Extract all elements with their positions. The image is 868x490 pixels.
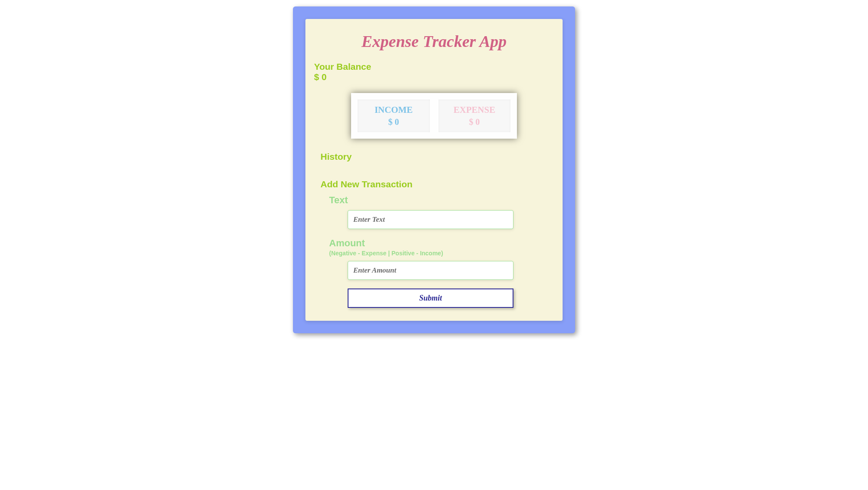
amount-input[interactable] <box>348 261 513 280</box>
add-transaction-section: Add New Transaction Text Amount (Negativ… <box>314 179 554 308</box>
balance-section: Your Balance $ 0 <box>314 62 554 82</box>
app-outer-container: Expense Tracker App Your Balance $ 0 INC… <box>293 6 575 333</box>
text-label: Text <box>329 195 548 206</box>
add-transaction-title: Add New Transaction <box>320 179 548 189</box>
expense-card: EXPENSE $ 0 <box>439 99 511 132</box>
submit-button[interactable]: Submit <box>348 288 513 308</box>
expense-amount: $ 0 <box>443 117 507 127</box>
balance-label: Your Balance <box>314 62 554 72</box>
income-label: INCOME <box>362 105 426 115</box>
balance-amount: $ 0 <box>314 72 554 82</box>
app-title: Expense Tracker App <box>314 32 554 51</box>
income-amount: $ 0 <box>362 117 426 127</box>
text-form-group: Text <box>320 195 548 229</box>
amount-label: Amount <box>329 238 548 249</box>
income-card: INCOME $ 0 <box>358 99 430 132</box>
history-label: History <box>320 152 548 162</box>
text-input[interactable] <box>348 210 513 229</box>
history-section: History <box>314 152 554 162</box>
expense-label: EXPENSE <box>443 105 507 115</box>
income-expense-box: INCOME $ 0 EXPENSE $ 0 <box>351 93 517 139</box>
amount-sublabel: (Negative - Expense | Positive - Income) <box>329 250 548 257</box>
app-inner-container: Expense Tracker App Your Balance $ 0 INC… <box>305 19 563 321</box>
amount-form-group: Amount (Negative - Expense | Positive - … <box>320 238 548 280</box>
